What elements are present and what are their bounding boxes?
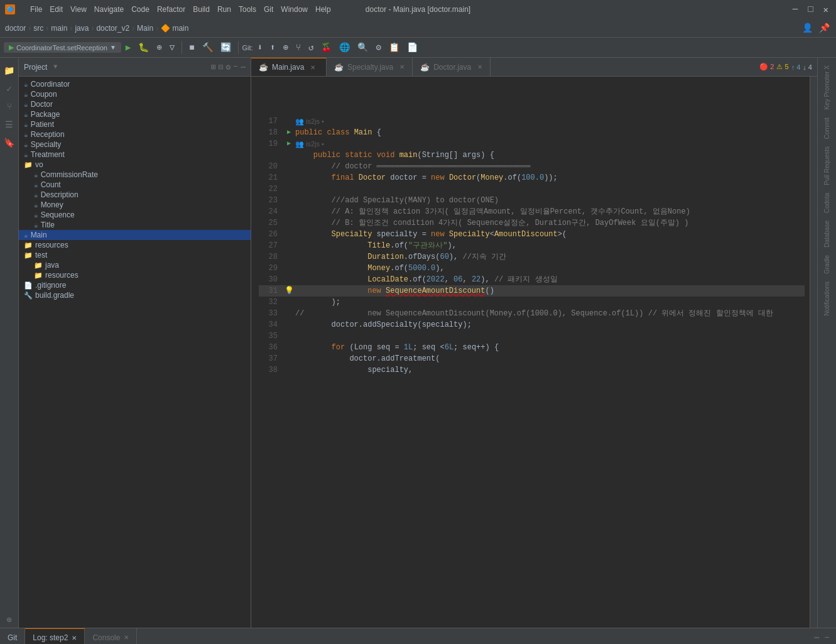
down-count-badge[interactable]: ↓ 4 (803, 63, 812, 71)
tree-item-main[interactable]: ☕Main (19, 230, 251, 240)
error-count-badge[interactable]: 🔴 2 (759, 63, 774, 71)
right-pull-requests[interactable]: Pull Requests (821, 144, 833, 188)
bottom-tab-log-close[interactable]: ✕ (72, 635, 77, 641)
tree-item-patient[interactable]: ☕Patient (19, 119, 251, 129)
tab-main-java[interactable]: ☕ Main.java ✕ (251, 58, 327, 76)
tree-item-money[interactable]: ☕Money (19, 200, 251, 210)
panel-gear-icon[interactable]: ⚙ (226, 62, 231, 72)
run-gutter-icon[interactable]: ▶ (287, 127, 291, 138)
menu-build[interactable]: Build (193, 5, 210, 14)
sidebar-icon-bottom[interactable]: ⊕ (4, 612, 14, 628)
breadcrumb-main-method[interactable]: 🔶 main (161, 24, 188, 33)
menu-tools[interactable]: Tools (239, 5, 256, 14)
pin-icon[interactable]: 📌 (818, 21, 831, 35)
tree-item-specialty[interactable]: ☕Specialty (19, 139, 251, 150)
panel-minimize-icon[interactable]: − (233, 62, 238, 72)
tab-doctor-java-close[interactable]: ✕ (477, 63, 482, 70)
bottom-more-icon[interactable]: ⋯ (813, 631, 820, 644)
menu-view[interactable]: View (70, 5, 87, 14)
run-gutter-icon[interactable]: ▶ (287, 138, 291, 150)
code-editor[interactable]: 17👥 is2js •18▶public class Main {19▶👥 is… (251, 77, 817, 628)
bottom-minimize-icon[interactable]: − (823, 631, 831, 644)
tree-item-doctor[interactable]: ☕Doctor (19, 99, 251, 109)
right-notifications[interactable]: Notifications (821, 279, 833, 318)
menu-navigate[interactable]: Navigate (94, 5, 124, 14)
warn-count-badge[interactable]: ⚠ 5 (776, 63, 788, 71)
cherry-pick[interactable]: 🍒 (318, 40, 335, 55)
run-config-selector[interactable]: ▶ CoordinatorTest.setReception ▼ (4, 42, 121, 53)
up-count-badge[interactable]: ↑ 4 (791, 63, 801, 71)
breadcrumb-src[interactable]: src (33, 24, 43, 33)
tree-item-vo[interactable]: 📁vo (19, 160, 251, 170)
breadcrumb-doctor-v2[interactable]: doctor_v2 (96, 24, 129, 33)
tree-item-reception[interactable]: ☕Reception (19, 129, 251, 139)
panel-more-icon[interactable]: ⋯ (241, 62, 246, 72)
tree-item-treatment[interactable]: ☕Treatment (19, 150, 251, 160)
recent-files[interactable]: 📄 (404, 40, 421, 55)
git-more[interactable]: ⊕ (280, 40, 291, 55)
editor-scrollbar[interactable] (810, 77, 817, 628)
panel-expand-icon[interactable]: ⊞ (211, 62, 216, 72)
code-content[interactable]: 17👥 is2js •18▶public class Main {19▶👥 is… (251, 77, 810, 628)
vcs-icon[interactable]: 📋 (386, 40, 403, 55)
tree-item-count[interactable]: ☕Count (19, 180, 251, 190)
tree-item-build-gradle[interactable]: 🔧build.gradle (19, 290, 251, 300)
menu-window[interactable]: Window (281, 5, 308, 14)
breadcrumb-java[interactable]: java (75, 24, 89, 33)
breadcrumb-Main[interactable]: Main (137, 24, 153, 33)
tree-item-resources[interactable]: 📁resources (19, 270, 251, 280)
tree-item-resources[interactable]: 📁resources (19, 240, 251, 250)
tree-item-description[interactable]: ☕Description (19, 190, 251, 200)
bottom-tab-console[interactable]: Console ✕ (85, 628, 137, 644)
menu-code[interactable]: Code (131, 5, 149, 14)
sidebar-icon-pullrequest[interactable]: ⑂ (4, 99, 14, 114)
bottom-tab-git[interactable]: Git (0, 628, 25, 644)
tree-item-commissionrate[interactable]: ☕CommissionRate (19, 170, 251, 180)
tree-item-title[interactable]: ☕Title (19, 220, 251, 230)
run-with-coverage[interactable]: ⊕ (153, 40, 165, 55)
panel-dropdown[interactable]: ▼ (53, 63, 57, 70)
breadcrumb-main[interactable]: main (51, 24, 67, 33)
tree-item-test[interactable]: 📁test (19, 250, 251, 260)
menu-git[interactable]: Git (264, 5, 273, 14)
build-project[interactable]: 🔨 (199, 40, 216, 55)
rollback[interactable]: ↺ (305, 40, 317, 55)
right-codota[interactable]: Codota (821, 190, 833, 216)
menu-edit[interactable]: Edit (50, 5, 63, 14)
tab-doctor-java[interactable]: ☕ Doctor.java ✕ (413, 58, 491, 76)
sync-button[interactable]: 🔄 (217, 40, 234, 55)
menu-refactor[interactable]: Refactor (157, 5, 185, 14)
maximize-button[interactable]: □ (805, 4, 815, 15)
settings[interactable]: ⚙ (372, 40, 384, 55)
git-update[interactable]: ⬇ (254, 40, 266, 55)
more-run-options[interactable]: ▽ (166, 40, 178, 55)
tree-item-java[interactable]: 📁java (19, 260, 251, 270)
git-branch[interactable]: ⑂ (293, 41, 304, 55)
menu-help[interactable]: Help (315, 5, 331, 14)
debug-button[interactable]: 🐛 (135, 40, 152, 55)
bottom-tab-console-close[interactable]: ✕ (124, 634, 129, 641)
translate[interactable]: 🌐 (336, 40, 353, 55)
stop-button[interactable]: ■ (186, 41, 197, 55)
bottom-tab-log[interactable]: Log: step2 ✕ (25, 628, 85, 644)
sidebar-icon-commit[interactable]: ✓ (4, 81, 14, 97)
sidebar-icon-project[interactable]: 📁 (1, 63, 17, 79)
right-gradle[interactable]: Gradle (821, 253, 833, 276)
search-everywhere[interactable]: 🔍 (354, 40, 371, 55)
tree-item--gitignore[interactable]: 📄.gitignore (19, 280, 251, 290)
breadcrumb-doctor[interactable]: doctor (5, 24, 26, 33)
tree-item-sequence[interactable]: ☕Sequence (19, 210, 251, 220)
tab-specialty-java[interactable]: ☕ Specialty.java ✕ (327, 58, 413, 76)
tab-main-java-close[interactable]: ✕ (310, 64, 315, 71)
menu-file[interactable]: File (30, 5, 42, 14)
tree-item-coupon[interactable]: ☕Coupon (19, 89, 251, 99)
git-push[interactable]: ⬆ (267, 40, 278, 55)
right-database[interactable]: Database (821, 218, 833, 250)
user-icon[interactable]: 👤 (801, 21, 814, 35)
tab-specialty-java-close[interactable]: ✕ (399, 63, 404, 70)
tree-item-package[interactable]: ☕Package (19, 109, 251, 119)
sidebar-icon-bookmarks[interactable]: 🔖 (1, 135, 17, 151)
sidebar-icon-structure[interactable]: ☰ (3, 117, 16, 133)
right-key-promoter[interactable]: Key Promoter X (821, 63, 833, 112)
close-button[interactable]: ✕ (821, 4, 831, 15)
